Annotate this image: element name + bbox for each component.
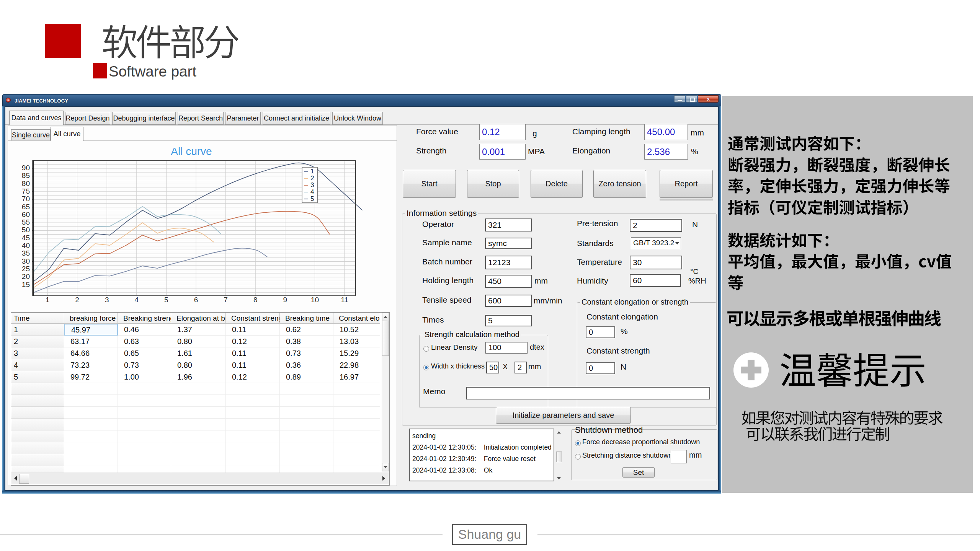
svg-text:55: 55 [22,218,30,226]
svg-text:11: 11 [341,296,348,304]
svg-text:10: 10 [311,296,319,304]
svg-text:45: 45 [22,234,30,242]
svg-text:20: 20 [22,272,30,280]
svg-text:40: 40 [22,241,30,249]
svg-text:70: 70 [22,195,30,203]
svg-text:85: 85 [22,171,30,179]
svg-text:4: 4 [135,296,139,304]
svg-text:6: 6 [194,296,198,304]
svg-text:35: 35 [22,249,30,257]
svg-text:65: 65 [22,203,30,211]
svg-text:1: 1 [310,168,314,175]
svg-text:5: 5 [310,195,314,202]
svg-text:4: 4 [310,188,314,196]
svg-text:5: 5 [164,296,168,304]
svg-text:2: 2 [310,174,314,182]
svg-text:3: 3 [310,181,314,189]
svg-text:90: 90 [22,164,30,172]
svg-text:9: 9 [283,296,287,304]
svg-text:7: 7 [224,296,228,304]
svg-text:75: 75 [22,187,30,195]
svg-text:8: 8 [253,296,258,304]
svg-text:80: 80 [22,179,30,187]
svg-text:60: 60 [22,210,30,218]
svg-text:25: 25 [22,265,30,273]
svg-text:50: 50 [22,226,30,234]
svg-text:15: 15 [22,280,30,289]
svg-text:30: 30 [22,257,30,265]
svg-text:1: 1 [46,296,50,304]
svg-text:3: 3 [105,296,109,304]
svg-text:2: 2 [75,296,79,304]
